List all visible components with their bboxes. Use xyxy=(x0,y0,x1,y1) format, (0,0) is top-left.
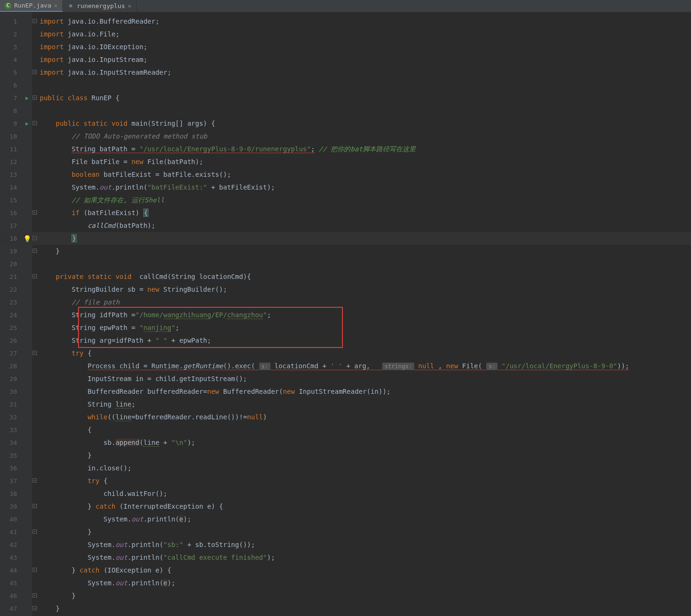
fold-toggle-icon[interactable]: − xyxy=(33,236,37,240)
code-line[interactable]: System.out.println(e); xyxy=(38,513,691,526)
fold-toggle-icon[interactable]: − xyxy=(33,274,37,278)
fold-toggle-icon[interactable]: − xyxy=(33,606,37,610)
line-number[interactable]: 9 xyxy=(0,117,22,130)
fold-toggle-icon[interactable]: − xyxy=(33,593,37,598)
line-number[interactable]: 22 xyxy=(0,283,22,296)
line-number[interactable]: 7 xyxy=(0,92,22,104)
line-number[interactable]: 30 xyxy=(0,385,22,398)
code-line[interactable]: BufferedReader bufferedReader=new Buffer… xyxy=(38,385,691,398)
fold-toggle-icon[interactable]: − xyxy=(33,70,37,74)
line-number[interactable]: 28 xyxy=(0,360,22,373)
fold-toggle-icon[interactable]: − xyxy=(33,478,37,483)
line-number[interactable]: 23 xyxy=(0,296,22,309)
code-line[interactable]: InputStream in = child.getInputStream(); xyxy=(38,373,691,385)
line-number[interactable]: 27 xyxy=(0,347,22,360)
code-line[interactable]: // file path xyxy=(38,296,691,309)
code-line[interactable]: while((line=bufferedReader.readLine())!=… xyxy=(38,411,691,424)
line-number[interactable]: 32 xyxy=(0,411,22,424)
code-line[interactable]: } catch (InterruptedException e) { xyxy=(38,500,691,513)
line-number[interactable]: 33 xyxy=(0,424,22,436)
line-number[interactable]: 18 xyxy=(0,232,22,245)
code-line[interactable]: Process child = Runtime.getRuntime().exe… xyxy=(38,360,691,373)
code-line[interactable]: System.out.println("batFileExist:" + bat… xyxy=(38,181,691,194)
line-number[interactable]: 1 xyxy=(0,15,22,28)
fold-toggle-icon[interactable]: − xyxy=(33,504,37,508)
code-line[interactable]: public static void main(String[] args) { xyxy=(38,117,691,130)
fold-toggle-icon[interactable]: − xyxy=(33,568,37,572)
fold-toggle-icon[interactable]: − xyxy=(33,249,37,253)
code-line[interactable]: public class RunEP { xyxy=(38,92,691,104)
code-line[interactable]: private static void callCmd(String locat… xyxy=(38,270,691,283)
close-icon[interactable]: × xyxy=(128,3,131,9)
code-line[interactable]: } catch (IOException e) { xyxy=(38,564,691,577)
line-number[interactable]: 3 xyxy=(0,41,22,53)
code-line[interactable]: import java.io.BufferedReader; xyxy=(38,15,691,28)
line-number[interactable]: 29 xyxy=(0,373,22,385)
code-line[interactable]: } xyxy=(38,245,691,258)
line-number[interactable]: 46 xyxy=(0,590,22,602)
scrollbar-marks[interactable] xyxy=(685,26,690,616)
run-icon[interactable]: ▶ xyxy=(26,95,29,101)
line-number[interactable]: 21 xyxy=(0,270,22,283)
code-line[interactable]: try { xyxy=(38,475,691,487)
code-line[interactable]: callCmd(batPath); xyxy=(38,219,691,232)
fold-toggle-icon[interactable]: − xyxy=(33,121,37,125)
line-number[interactable]: 42 xyxy=(0,538,22,551)
fold-toggle-icon[interactable]: − xyxy=(33,210,37,215)
fold-column[interactable]: −−−−−−−−−−−−−−− xyxy=(32,12,38,616)
line-number[interactable]: 8 xyxy=(0,104,22,117)
line-number[interactable]: 35 xyxy=(0,449,22,462)
line-number[interactable]: 6 xyxy=(0,79,22,92)
line-number[interactable]: 20 xyxy=(0,258,22,270)
code-line[interactable]: System.out.println("sb:" + sb.toString()… xyxy=(38,538,691,551)
code-line[interactable] xyxy=(38,79,691,92)
code-line[interactable]: sb.append(line + "\n"); xyxy=(38,436,691,449)
code-area[interactable]: import java.io.BufferedReader;import jav… xyxy=(38,12,691,616)
line-number[interactable]: 11 xyxy=(0,143,22,156)
code-line[interactable]: if (batFileExist) { xyxy=(38,207,691,219)
code-line[interactable]: } xyxy=(38,449,691,462)
code-line[interactable]: import java.io.InputStream; xyxy=(38,53,691,66)
line-number[interactable]: 36 xyxy=(0,462,22,475)
close-icon[interactable]: × xyxy=(54,2,57,9)
line-number[interactable]: 47 xyxy=(0,602,22,615)
fold-toggle-icon[interactable]: − xyxy=(33,19,37,23)
code-line[interactable]: import java.io.File; xyxy=(38,28,691,41)
intention-bulb-icon[interactable]: 💡 xyxy=(23,235,31,243)
line-number[interactable]: 44 xyxy=(0,564,22,577)
code-line[interactable]: } xyxy=(38,526,691,538)
code-line[interactable]: import java.io.InputStreamReader; xyxy=(38,66,691,79)
fold-toggle-icon[interactable]: − xyxy=(33,351,37,355)
code-line[interactable]: System.out.println("callCmd execute fini… xyxy=(38,551,691,564)
code-line[interactable]: System.out.println(e); xyxy=(38,577,691,590)
line-number[interactable]: 14 xyxy=(0,181,22,194)
code-line[interactable]: // TODO Auto-generated method stub xyxy=(38,130,691,143)
code-line[interactable]: in.close(); xyxy=(38,462,691,475)
code-line[interactable]: String epwPath = "nanjing"; xyxy=(38,321,691,334)
code-line[interactable]: StringBuilder sb = new StringBuilder(); xyxy=(38,283,691,296)
tab-runenergyplus[interactable]: ≡ runenergyplus × xyxy=(63,0,137,12)
line-number[interactable]: 41 xyxy=(0,526,22,538)
code-line[interactable]: import java.io.IOException; xyxy=(38,41,691,53)
line-number[interactable]: 12 xyxy=(0,156,22,168)
code-line[interactable]: String line; xyxy=(38,398,691,411)
code-line[interactable]: try { xyxy=(38,347,691,360)
code-line[interactable]: String batPath = "/usr/local/EnergyPlus-… xyxy=(38,143,691,156)
line-number[interactable]: 2 xyxy=(0,28,22,41)
line-number[interactable]: 15 xyxy=(0,194,22,207)
line-number[interactable]: 13 xyxy=(0,168,22,181)
code-line[interactable]: String idfPath ="/home/wangzhihuang/EP/c… xyxy=(38,309,691,321)
line-number[interactable]: 10 xyxy=(0,130,22,143)
code-line[interactable]: } xyxy=(38,590,691,602)
line-number[interactable]: 43 xyxy=(0,551,22,564)
tab-runep-java[interactable]: C RunEP.java × xyxy=(0,0,63,12)
code-line[interactable]: child.waitFor(); xyxy=(38,487,691,500)
code-line[interactable]: // 如果文件存在, 运行Shell xyxy=(38,194,691,207)
code-line[interactable]: String arg=idfPath + " " + epwPath; xyxy=(38,334,691,347)
line-number[interactable]: 45 xyxy=(0,577,22,590)
line-number[interactable]: 19 xyxy=(0,245,22,258)
line-number[interactable]: 31 xyxy=(0,398,22,411)
code-line[interactable]: } xyxy=(38,602,691,615)
line-number[interactable]: 16 xyxy=(0,207,22,219)
line-number-gutter[interactable]: 1234567891011121314151617181920212223242… xyxy=(0,12,22,616)
